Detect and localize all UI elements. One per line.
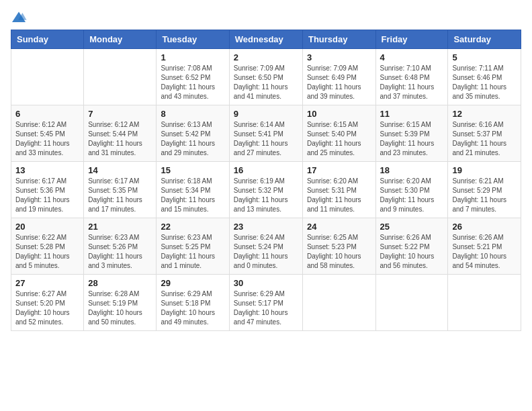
day-info: Sunrise: 6:26 AM Sunset: 5:21 PM Dayligh… bbox=[452, 233, 517, 271]
calendar-cell: 13Sunrise: 6:17 AM Sunset: 5:36 PM Dayli… bbox=[11, 162, 84, 218]
calendar-header-tuesday: Tuesday bbox=[157, 30, 229, 49]
day-number: 17 bbox=[307, 165, 371, 175]
day-number: 20 bbox=[15, 222, 79, 232]
calendar-header-thursday: Thursday bbox=[302, 30, 375, 49]
day-number: 28 bbox=[88, 278, 152, 288]
day-info: Sunrise: 6:20 AM Sunset: 5:31 PM Dayligh… bbox=[307, 177, 371, 214]
calendar-cell: 23Sunrise: 6:24 AM Sunset: 5:24 PM Dayli… bbox=[229, 218, 302, 275]
day-info: Sunrise: 6:25 AM Sunset: 5:23 PM Dayligh… bbox=[307, 233, 371, 271]
calendar-cell: 1Sunrise: 7:08 AM Sunset: 6:52 PM Daylig… bbox=[157, 49, 229, 105]
day-number: 4 bbox=[380, 52, 444, 62]
day-number: 24 bbox=[307, 222, 371, 232]
day-info: Sunrise: 6:24 AM Sunset: 5:24 PM Dayligh… bbox=[234, 233, 298, 271]
page-header bbox=[11, 11, 521, 24]
day-info: Sunrise: 6:17 AM Sunset: 5:35 PM Dayligh… bbox=[88, 177, 152, 214]
calendar-header-row: SundayMondayTuesdayWednesdayThursdayFrid… bbox=[11, 30, 521, 49]
calendar-cell: 3Sunrise: 7:09 AM Sunset: 6:49 PM Daylig… bbox=[302, 49, 375, 105]
calendar-cell bbox=[375, 275, 448, 331]
day-number: 27 bbox=[15, 278, 79, 288]
calendar-cell: 19Sunrise: 6:21 AM Sunset: 5:29 PM Dayli… bbox=[448, 162, 521, 218]
day-number: 15 bbox=[161, 165, 224, 175]
day-info: Sunrise: 7:09 AM Sunset: 6:50 PM Dayligh… bbox=[234, 64, 298, 101]
day-info: Sunrise: 6:12 AM Sunset: 5:44 PM Dayligh… bbox=[88, 120, 152, 158]
day-number: 6 bbox=[15, 109, 79, 119]
day-info: Sunrise: 7:09 AM Sunset: 6:49 PM Dayligh… bbox=[307, 64, 371, 101]
day-number: 26 bbox=[452, 222, 517, 232]
calendar-cell: 12Sunrise: 6:16 AM Sunset: 5:37 PM Dayli… bbox=[448, 105, 521, 162]
calendar-cell: 30Sunrise: 6:29 AM Sunset: 5:17 PM Dayli… bbox=[229, 275, 302, 331]
day-info: Sunrise: 7:11 AM Sunset: 6:46 PM Dayligh… bbox=[452, 64, 517, 101]
calendar-cell: 18Sunrise: 6:20 AM Sunset: 5:30 PM Dayli… bbox=[375, 162, 448, 218]
day-info: Sunrise: 6:29 AM Sunset: 5:17 PM Dayligh… bbox=[234, 289, 298, 327]
calendar-cell: 24Sunrise: 6:25 AM Sunset: 5:23 PM Dayli… bbox=[302, 218, 375, 275]
calendar-cell: 21Sunrise: 6:23 AM Sunset: 5:26 PM Dayli… bbox=[84, 218, 157, 275]
calendar-cell: 15Sunrise: 6:18 AM Sunset: 5:34 PM Dayli… bbox=[157, 162, 229, 218]
calendar-cell: 9Sunrise: 6:14 AM Sunset: 5:41 PM Daylig… bbox=[229, 105, 302, 162]
day-info: Sunrise: 6:19 AM Sunset: 5:32 PM Dayligh… bbox=[234, 177, 298, 214]
day-info: Sunrise: 6:26 AM Sunset: 5:22 PM Dayligh… bbox=[380, 233, 444, 271]
calendar-cell: 25Sunrise: 6:26 AM Sunset: 5:22 PM Dayli… bbox=[375, 218, 448, 275]
day-number: 29 bbox=[161, 278, 224, 288]
day-number: 18 bbox=[380, 165, 444, 175]
day-info: Sunrise: 6:13 AM Sunset: 5:42 PM Dayligh… bbox=[161, 120, 224, 158]
day-number: 30 bbox=[234, 278, 298, 288]
calendar-cell: 7Sunrise: 6:12 AM Sunset: 5:44 PM Daylig… bbox=[84, 105, 157, 162]
calendar-cell: 27Sunrise: 6:27 AM Sunset: 5:20 PM Dayli… bbox=[11, 275, 84, 331]
day-info: Sunrise: 6:23 AM Sunset: 5:26 PM Dayligh… bbox=[88, 233, 152, 271]
day-number: 1 bbox=[161, 52, 224, 62]
calendar-cell bbox=[302, 275, 375, 331]
calendar-header-wednesday: Wednesday bbox=[229, 30, 302, 49]
logo bbox=[11, 11, 30, 24]
day-info: Sunrise: 6:22 AM Sunset: 5:28 PM Dayligh… bbox=[15, 233, 79, 271]
day-info: Sunrise: 7:10 AM Sunset: 6:48 PM Dayligh… bbox=[380, 64, 444, 101]
calendar-header-monday: Monday bbox=[84, 30, 157, 49]
day-number: 16 bbox=[234, 165, 298, 175]
day-info: Sunrise: 7:08 AM Sunset: 6:52 PM Dayligh… bbox=[161, 64, 224, 101]
day-number: 21 bbox=[88, 222, 152, 232]
calendar-cell: 4Sunrise: 7:10 AM Sunset: 6:48 PM Daylig… bbox=[375, 49, 448, 105]
calendar-cell bbox=[448, 275, 521, 331]
calendar-cell: 20Sunrise: 6:22 AM Sunset: 5:28 PM Dayli… bbox=[11, 218, 84, 275]
calendar-header-friday: Friday bbox=[375, 30, 448, 49]
calendar-cell: 22Sunrise: 6:23 AM Sunset: 5:25 PM Dayli… bbox=[157, 218, 229, 275]
day-number: 9 bbox=[234, 109, 298, 119]
day-info: Sunrise: 6:27 AM Sunset: 5:20 PM Dayligh… bbox=[15, 289, 79, 327]
calendar-cell: 29Sunrise: 6:29 AM Sunset: 5:18 PM Dayli… bbox=[157, 275, 229, 331]
calendar-cell: 16Sunrise: 6:19 AM Sunset: 5:32 PM Dayli… bbox=[229, 162, 302, 218]
week-row-3: 13Sunrise: 6:17 AM Sunset: 5:36 PM Dayli… bbox=[11, 162, 521, 218]
day-number: 19 bbox=[452, 165, 517, 175]
day-number: 14 bbox=[88, 165, 152, 175]
week-row-1: 1Sunrise: 7:08 AM Sunset: 6:52 PM Daylig… bbox=[11, 49, 521, 105]
calendar-table: SundayMondayTuesdayWednesdayThursdayFrid… bbox=[11, 30, 521, 331]
day-info: Sunrise: 6:14 AM Sunset: 5:41 PM Dayligh… bbox=[234, 120, 298, 158]
calendar-cell: 10Sunrise: 6:15 AM Sunset: 5:40 PM Dayli… bbox=[302, 105, 375, 162]
day-info: Sunrise: 6:23 AM Sunset: 5:25 PM Dayligh… bbox=[161, 233, 224, 271]
day-number: 12 bbox=[452, 109, 517, 119]
calendar-cell: 2Sunrise: 7:09 AM Sunset: 6:50 PM Daylig… bbox=[229, 49, 302, 105]
day-number: 2 bbox=[234, 52, 298, 62]
calendar-cell: 17Sunrise: 6:20 AM Sunset: 5:31 PM Dayli… bbox=[302, 162, 375, 218]
day-info: Sunrise: 6:15 AM Sunset: 5:39 PM Dayligh… bbox=[380, 120, 444, 158]
week-row-4: 20Sunrise: 6:22 AM Sunset: 5:28 PM Dayli… bbox=[11, 218, 521, 275]
calendar-cell: 11Sunrise: 6:15 AM Sunset: 5:39 PM Dayli… bbox=[375, 105, 448, 162]
day-info: Sunrise: 6:20 AM Sunset: 5:30 PM Dayligh… bbox=[380, 177, 444, 214]
logo-icon bbox=[11, 11, 27, 24]
calendar-cell: 14Sunrise: 6:17 AM Sunset: 5:35 PM Dayli… bbox=[84, 162, 157, 218]
day-number: 8 bbox=[161, 109, 224, 119]
calendar-cell: 26Sunrise: 6:26 AM Sunset: 5:21 PM Dayli… bbox=[448, 218, 521, 275]
day-info: Sunrise: 6:21 AM Sunset: 5:29 PM Dayligh… bbox=[452, 177, 517, 214]
day-info: Sunrise: 6:15 AM Sunset: 5:40 PM Dayligh… bbox=[307, 120, 371, 158]
day-info: Sunrise: 6:18 AM Sunset: 5:34 PM Dayligh… bbox=[161, 177, 224, 214]
day-number: 25 bbox=[380, 222, 444, 232]
day-info: Sunrise: 6:28 AM Sunset: 5:19 PM Dayligh… bbox=[88, 289, 152, 327]
calendar-header-sunday: Sunday bbox=[11, 30, 84, 49]
day-number: 22 bbox=[161, 222, 224, 232]
day-info: Sunrise: 6:17 AM Sunset: 5:36 PM Dayligh… bbox=[15, 177, 79, 214]
calendar-cell: 5Sunrise: 7:11 AM Sunset: 6:46 PM Daylig… bbox=[448, 49, 521, 105]
day-number: 10 bbox=[307, 109, 371, 119]
calendar-cell: 8Sunrise: 6:13 AM Sunset: 5:42 PM Daylig… bbox=[157, 105, 229, 162]
week-row-5: 27Sunrise: 6:27 AM Sunset: 5:20 PM Dayli… bbox=[11, 275, 521, 331]
day-info: Sunrise: 6:29 AM Sunset: 5:18 PM Dayligh… bbox=[161, 289, 224, 327]
calendar-cell: 6Sunrise: 6:12 AM Sunset: 5:45 PM Daylig… bbox=[11, 105, 84, 162]
day-info: Sunrise: 6:12 AM Sunset: 5:45 PM Dayligh… bbox=[15, 120, 79, 158]
